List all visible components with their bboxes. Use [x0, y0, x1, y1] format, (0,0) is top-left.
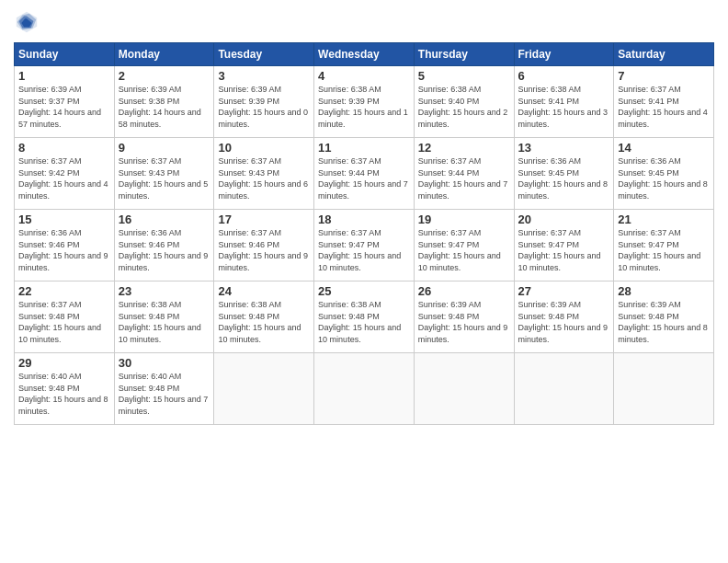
- day-cell: 21 Sunrise: 6:37 AMSunset: 9:47 PMDaylig…: [614, 210, 714, 282]
- day-cell: 8 Sunrise: 6:37 AMSunset: 9:42 PMDayligh…: [15, 138, 115, 210]
- day-info: Sunrise: 6:37 AMSunset: 9:43 PMDaylight:…: [119, 156, 209, 201]
- day-cell: [514, 353, 614, 425]
- day-number: 21: [618, 213, 710, 226]
- week-row-5: 29 Sunrise: 6:40 AMSunset: 9:48 PMDaylig…: [15, 353, 714, 425]
- day-cell: [214, 353, 314, 425]
- day-cell: 9 Sunrise: 6:37 AMSunset: 9:43 PMDayligh…: [114, 138, 214, 210]
- week-row-1: 1 Sunrise: 6:39 AMSunset: 9:37 PMDayligh…: [15, 66, 714, 138]
- day-cell: 2 Sunrise: 6:39 AMSunset: 9:38 PMDayligh…: [114, 66, 214, 138]
- day-number: 18: [318, 213, 410, 226]
- day-info: Sunrise: 6:39 AMSunset: 9:37 PMDaylight:…: [18, 85, 101, 129]
- day-cell: 15 Sunrise: 6:36 AMSunset: 9:46 PMDaylig…: [15, 210, 115, 282]
- day-info: Sunrise: 6:36 AMSunset: 9:45 PMDaylight:…: [618, 156, 708, 201]
- day-cell: 10 Sunrise: 6:37 AMSunset: 9:43 PMDaylig…: [214, 138, 314, 210]
- day-cell: 1 Sunrise: 6:39 AMSunset: 9:37 PMDayligh…: [15, 66, 115, 138]
- day-number: 6: [518, 69, 610, 83]
- day-info: Sunrise: 6:37 AMSunset: 9:47 PMDaylight:…: [418, 228, 501, 272]
- day-cell: [614, 353, 714, 425]
- day-cell: 26 Sunrise: 6:39 AMSunset: 9:48 PMDaylig…: [414, 282, 514, 353]
- day-cell: 7 Sunrise: 6:37 AMSunset: 9:41 PMDayligh…: [614, 66, 714, 138]
- day-cell: 27 Sunrise: 6:39 AMSunset: 9:48 PMDaylig…: [514, 282, 614, 353]
- day-info: Sunrise: 6:36 AMSunset: 9:46 PMDaylight:…: [18, 228, 108, 272]
- calendar-table: SundayMondayTuesdayWednesdayThursdayFrid…: [14, 42, 714, 425]
- day-info: Sunrise: 6:38 AMSunset: 9:48 PMDaylight:…: [119, 300, 201, 344]
- col-header-friday: Friday: [514, 43, 614, 66]
- day-info: Sunrise: 6:37 AMSunset: 9:44 PMDaylight:…: [318, 156, 408, 201]
- header: [14, 9, 714, 35]
- day-number: 27: [518, 284, 610, 298]
- day-number: 4: [318, 69, 410, 83]
- col-header-sunday: Sunday: [15, 43, 115, 66]
- day-number: 15: [18, 213, 110, 226]
- col-header-wednesday: Wednesday: [314, 43, 415, 66]
- day-number: 10: [218, 141, 310, 155]
- day-info: Sunrise: 6:39 AMSunset: 9:48 PMDaylight:…: [418, 300, 508, 344]
- day-info: Sunrise: 6:36 AMSunset: 9:45 PMDaylight:…: [518, 156, 609, 201]
- day-info: Sunrise: 6:39 AMSunset: 9:39 PMDaylight:…: [218, 85, 308, 129]
- day-number: 22: [18, 284, 110, 298]
- day-number: 29: [18, 356, 110, 370]
- day-cell: 6 Sunrise: 6:38 AMSunset: 9:41 PMDayligh…: [514, 66, 614, 138]
- day-cell: 28 Sunrise: 6:39 AMSunset: 9:48 PMDaylig…: [614, 282, 714, 353]
- day-cell: 3 Sunrise: 6:39 AMSunset: 9:39 PMDayligh…: [214, 66, 314, 138]
- day-info: Sunrise: 6:37 AMSunset: 9:47 PMDaylight:…: [518, 228, 601, 272]
- day-cell: 12 Sunrise: 6:37 AMSunset: 9:44 PMDaylig…: [414, 138, 514, 210]
- day-number: 8: [18, 141, 110, 155]
- day-number: 19: [418, 213, 510, 226]
- day-cell: [314, 353, 415, 425]
- day-info: Sunrise: 6:38 AMSunset: 9:40 PMDaylight:…: [418, 85, 508, 129]
- day-info: Sunrise: 6:40 AMSunset: 9:48 PMDaylight:…: [119, 372, 209, 416]
- day-info: Sunrise: 6:37 AMSunset: 9:42 PMDaylight:…: [18, 156, 108, 201]
- header-row: SundayMondayTuesdayWednesdayThursdayFrid…: [15, 43, 714, 66]
- day-info: Sunrise: 6:39 AMSunset: 9:48 PMDaylight:…: [518, 300, 609, 344]
- day-cell: 22 Sunrise: 6:37 AMSunset: 9:48 PMDaylig…: [15, 282, 115, 353]
- day-number: 16: [119, 213, 210, 226]
- col-header-monday: Monday: [114, 43, 214, 66]
- logo-icon: [14, 9, 40, 35]
- day-cell: 18 Sunrise: 6:37 AMSunset: 9:47 PMDaylig…: [314, 210, 415, 282]
- day-info: Sunrise: 6:39 AMSunset: 9:38 PMDaylight:…: [119, 85, 201, 129]
- day-cell: 13 Sunrise: 6:36 AMSunset: 9:45 PMDaylig…: [514, 138, 614, 210]
- week-row-4: 22 Sunrise: 6:37 AMSunset: 9:48 PMDaylig…: [15, 282, 714, 353]
- day-number: 17: [218, 213, 310, 226]
- day-number: 11: [318, 141, 410, 155]
- day-info: Sunrise: 6:37 AMSunset: 9:47 PMDaylight:…: [318, 228, 401, 272]
- col-header-tuesday: Tuesday: [214, 43, 314, 66]
- day-info: Sunrise: 6:38 AMSunset: 9:48 PMDaylight:…: [318, 300, 401, 344]
- day-info: Sunrise: 6:37 AMSunset: 9:46 PMDaylight:…: [218, 228, 308, 272]
- day-cell: 24 Sunrise: 6:38 AMSunset: 9:48 PMDaylig…: [214, 282, 314, 353]
- col-header-thursday: Thursday: [414, 43, 514, 66]
- day-cell: 25 Sunrise: 6:38 AMSunset: 9:48 PMDaylig…: [314, 282, 415, 353]
- day-number: 9: [119, 141, 210, 155]
- day-cell: 17 Sunrise: 6:37 AMSunset: 9:46 PMDaylig…: [214, 210, 314, 282]
- day-info: Sunrise: 6:39 AMSunset: 9:48 PMDaylight:…: [618, 300, 708, 344]
- day-cell: 16 Sunrise: 6:36 AMSunset: 9:46 PMDaylig…: [114, 210, 214, 282]
- day-number: 3: [218, 69, 310, 83]
- day-number: 13: [518, 141, 610, 155]
- day-number: 26: [418, 284, 510, 298]
- day-info: Sunrise: 6:37 AMSunset: 9:47 PMDaylight:…: [618, 228, 700, 272]
- day-cell: 20 Sunrise: 6:37 AMSunset: 9:47 PMDaylig…: [514, 210, 614, 282]
- day-info: Sunrise: 6:36 AMSunset: 9:46 PMDaylight:…: [119, 228, 209, 272]
- day-number: 14: [618, 141, 710, 155]
- day-cell: 19 Sunrise: 6:37 AMSunset: 9:47 PMDaylig…: [414, 210, 514, 282]
- week-row-2: 8 Sunrise: 6:37 AMSunset: 9:42 PMDayligh…: [15, 138, 714, 210]
- day-cell: 23 Sunrise: 6:38 AMSunset: 9:48 PMDaylig…: [114, 282, 214, 353]
- day-cell: [414, 353, 514, 425]
- day-info: Sunrise: 6:37 AMSunset: 9:44 PMDaylight:…: [418, 156, 508, 201]
- day-number: 7: [618, 69, 710, 83]
- day-cell: 4 Sunrise: 6:38 AMSunset: 9:39 PMDayligh…: [314, 66, 415, 138]
- day-number: 20: [518, 213, 610, 226]
- day-number: 24: [218, 284, 310, 298]
- day-number: 1: [18, 69, 110, 83]
- day-cell: 11 Sunrise: 6:37 AMSunset: 9:44 PMDaylig…: [314, 138, 415, 210]
- day-number: 28: [618, 284, 710, 298]
- day-info: Sunrise: 6:40 AMSunset: 9:48 PMDaylight:…: [18, 372, 108, 416]
- day-info: Sunrise: 6:38 AMSunset: 9:48 PMDaylight:…: [218, 300, 301, 344]
- day-info: Sunrise: 6:37 AMSunset: 9:41 PMDaylight:…: [618, 85, 708, 129]
- logo: [14, 9, 43, 35]
- day-number: 2: [119, 69, 210, 83]
- day-info: Sunrise: 6:38 AMSunset: 9:39 PMDaylight:…: [318, 85, 408, 129]
- day-number: 23: [119, 284, 210, 298]
- day-cell: 14 Sunrise: 6:36 AMSunset: 9:45 PMDaylig…: [614, 138, 714, 210]
